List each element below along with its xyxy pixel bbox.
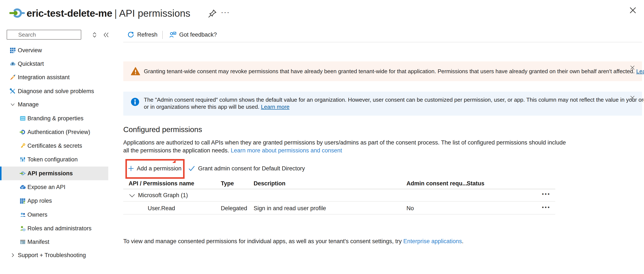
sidebar-item-app-roles[interactable]: App roles (0, 194, 108, 208)
sidebar-group-support[interactable]: Support + Troubleshooting (0, 248, 108, 262)
sidebar-item-api-permissions[interactable]: API permissions (0, 166, 108, 180)
sidebar-item-owners[interactable]: Owners (0, 208, 108, 222)
sidebar-item-token-configuration[interactable]: Token configuration (0, 153, 108, 166)
pin-icon[interactable] (208, 8, 218, 18)
refresh-button[interactable]: Refresh (127, 30, 158, 39)
toolbar-rule (123, 42, 642, 42)
table-header-row: API / Permissions name Type Description … (123, 179, 555, 189)
code-window-icon: {} (20, 239, 26, 245)
sidebar-item-label: Owners (28, 212, 48, 218)
permissions-description: Applications are authorized to call APIs… (123, 139, 566, 154)
unfold-icon[interactable] (91, 31, 98, 38)
permission-name-link[interactable]: User.Read (148, 205, 175, 212)
sidebar-item-roles-admins[interactable]: Roles and administrators (0, 222, 108, 235)
blade-name: API permissions (119, 8, 190, 19)
sidebar-item-integration-assistant[interactable]: Integration assistant (0, 70, 108, 84)
chevron-right-icon (10, 252, 16, 258)
description-line2-text: all the permissions the application need… (123, 147, 231, 154)
refresh-label: Refresh (137, 31, 158, 38)
close-blade-icon[interactable] (628, 5, 638, 15)
warning-close-icon[interactable] (629, 64, 636, 71)
permissions-table: API / Permissions name Type Description … (123, 179, 555, 215)
permission-admin-consent: No (406, 205, 414, 212)
sidebar-item-label: Roles and administrators (28, 225, 92, 232)
sidebar-item-overview[interactable]: Overview (0, 43, 108, 57)
sidebar-item-label: Branding & properties (28, 115, 84, 122)
info-message: or in organizations where this app will … (144, 104, 261, 110)
permission-description: Sign in and read user profile (254, 205, 326, 212)
grant-admin-consent-label: Grant admin consent for Default Director… (198, 165, 305, 172)
rocket-icon (10, 74, 16, 80)
annotation-arrow-artifact (172, 160, 176, 163)
table-group-row-microsoft-graph: Microsoft Graph (1) ••• (123, 189, 555, 202)
sidebar-item-branding[interactable]: www Branding & properties (0, 112, 108, 125)
sidebar-item-label: Token configuration (28, 156, 78, 163)
sidebar-item-label: Integration assistant (18, 74, 70, 81)
sidebar-item-quickstart[interactable]: Quickstart (0, 57, 108, 71)
sidebar-item-label: API permissions (28, 170, 73, 177)
permissions-consent-link[interactable]: Learn more about permissions and consent (231, 147, 342, 154)
person-cube-icon (20, 225, 26, 231)
feedback-button[interactable]: Got feedback? (169, 30, 217, 39)
table-row-user-read: User.Read Delegated Sign in and read use… (123, 202, 555, 215)
sidebar-group-manage[interactable]: Manage (0, 98, 108, 111)
sliders-icon (20, 156, 26, 162)
api-plug-icon (20, 170, 26, 176)
svg-text:{}: {} (21, 242, 22, 244)
api-permissions-app-icon (10, 6, 25, 20)
info-text-line1: The "Admin consent required" column show… (144, 97, 644, 103)
add-permission-label: Add a permission (137, 165, 182, 172)
page-title: eric-test-delete-me|API permissions (26, 7, 190, 20)
column-header-admin-consent: Admin consent requ... (406, 180, 467, 187)
footer-period: . (462, 238, 464, 245)
people-icon (20, 212, 26, 218)
sidebar-item-manifest[interactable]: {} Manifest (0, 235, 108, 249)
search-input[interactable] (7, 30, 81, 40)
enterprise-applications-link[interactable]: Enterprise applications (403, 238, 462, 245)
add-permission-button[interactable]: Add a permission (128, 164, 182, 173)
microsoft-graph-link[interactable]: Microsoft Graph (1) (138, 192, 188, 199)
column-header-name: API / Permissions name (129, 180, 194, 187)
column-header-type: Type (221, 180, 234, 187)
api-permissions-blade: eric-test-delete-me|API permissions ··· (0, 0, 644, 274)
warning-icon (130, 66, 140, 76)
sign-in-arrow-icon (20, 129, 26, 135)
feedback-label: Got feedback? (179, 31, 217, 38)
column-header-status: Status (467, 180, 484, 187)
crossed-tools-icon (10, 88, 16, 94)
feedback-icon (169, 31, 176, 38)
sidebar-group-label: Manage (18, 101, 39, 108)
checkmark-icon (188, 165, 195, 172)
row-menu-icon[interactable]: ••• (539, 191, 554, 197)
warning-learn-more-link[interactable]: Learn more (636, 68, 644, 75)
sidebar-item-label: Quickstart (18, 61, 44, 67)
plus-icon (128, 165, 134, 172)
info-icon (130, 97, 140, 106)
sidebar-item-label: Expose an API (28, 184, 66, 190)
warning-banner: Granting tenant-wide consent may revoke … (123, 61, 642, 81)
sidebar-item-authentication[interactable]: Authentication (Preview) (0, 125, 108, 139)
info-close-icon[interactable] (629, 95, 636, 101)
warning-text: Granting tenant-wide consent may revoke … (144, 68, 644, 75)
toolbar-divider (162, 31, 163, 39)
overview-grid-icon (10, 47, 16, 53)
expand-chevron-icon[interactable] (129, 193, 136, 199)
footer-note: To view and manage consented permissions… (123, 238, 464, 245)
sidebar-item-diagnose[interactable]: Diagnose and solve problems (0, 84, 108, 98)
grant-admin-consent-button[interactable]: Grant admin consent for Default Director… (188, 164, 305, 173)
sidebar-item-certificates[interactable]: Certificates & secrets (0, 139, 108, 153)
title-separator: | (112, 8, 119, 19)
column-header-description: Description (254, 180, 286, 187)
permission-type: Delegated (221, 205, 247, 212)
sidebar-item-label: Authentication (Preview) (28, 129, 90, 136)
sidebar-item-expose-api[interactable]: Expose an API (0, 180, 108, 194)
description-line2: all the permissions the application need… (123, 147, 566, 154)
collapse-sidebar-icon[interactable] (102, 31, 110, 38)
description-line1: Applications are authorized to call APIs… (123, 139, 566, 147)
refresh-icon (127, 31, 134, 38)
row-menu-icon[interactable]: ••• (539, 204, 554, 210)
info-learn-more-link[interactable]: Learn more (261, 104, 290, 110)
www-badge-icon: www (20, 115, 26, 121)
more-commands-icon[interactable]: ··· (221, 8, 230, 17)
grid-person-icon (20, 198, 26, 204)
